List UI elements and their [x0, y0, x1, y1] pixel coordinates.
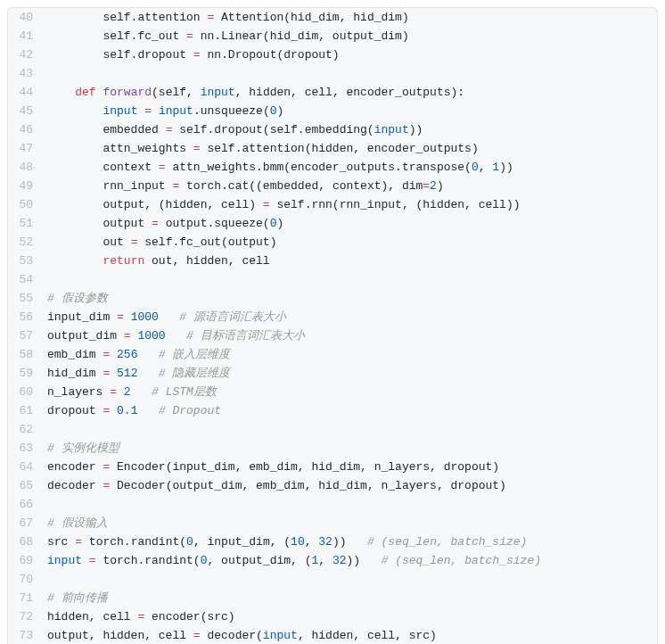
code-content[interactable]: emb_dim = 256 # 嵌入层维度	[47, 345, 657, 364]
code-line[interactable]: 49 rnn_input = torch.cat((embedded, cont…	[8, 177, 657, 195]
code-token: 0	[186, 535, 193, 549]
code-token: forward	[103, 86, 152, 99]
code-token: 0.1	[117, 404, 137, 417]
code-token: decoder(	[201, 629, 263, 642]
code-line[interactable]: 53 return out, hidden, cell	[8, 252, 657, 270]
code-content[interactable]: embedded = self.dropout(self.embedding(i…	[47, 120, 657, 139]
code-line[interactable]: 71# 前向传播	[8, 589, 657, 607]
code-content[interactable]: # 实例化模型	[47, 439, 657, 458]
code-token: # 目标语言词汇表大小	[186, 329, 305, 343]
code-content[interactable]: input = torch.randint(0, output_dim, (1,…	[47, 551, 657, 570]
code-token: nn.Linear(hid_dim, output_dim)	[193, 29, 409, 43]
line-number: 64	[8, 458, 47, 476]
code-content[interactable]: hidden, cell = encoder(src)	[47, 607, 657, 626]
code-line[interactable]: 62	[8, 420, 657, 439]
code-token: def	[75, 86, 95, 99]
code-line[interactable]: 61dropout = 0.1 # Dropout	[8, 401, 657, 420]
code-content[interactable]	[47, 570, 657, 589]
code-line[interactable]: 66	[8, 495, 657, 514]
code-token: ,	[318, 554, 332, 567]
code-line[interactable]: 41 self.fc_out = nn.Linear(hid_dim, outp…	[8, 27, 657, 45]
line-number: 58	[8, 345, 47, 364]
code-line[interactable]: 46 embedded = self.dropout(self.embeddin…	[8, 120, 657, 139]
code-line[interactable]: 51 output = output.squeeze(0)	[8, 214, 657, 233]
code-line[interactable]: 42 self.dropout = nn.Dropout(dropout)	[8, 45, 657, 64]
code-content[interactable]: def forward(self, input, hidden, cell, e…	[47, 83, 657, 102]
code-content[interactable]: context = attn_weights.bmm(encoder_outpu…	[47, 158, 657, 177]
code-line[interactable]: 72hidden, cell = encoder(src)	[8, 607, 657, 626]
code-content[interactable]: self.attention = Attention(hid_dim, hid_…	[47, 8, 657, 27]
code-line[interactable]: 59hid_dim = 512 # 隐藏层维度	[8, 364, 657, 383]
code-line[interactable]: 70	[8, 570, 657, 589]
code-content[interactable]: rnn_input = torch.cat((embedded, context…	[47, 177, 657, 195]
code-line[interactable]: 44 def forward(self, input, hidden, cell…	[8, 83, 657, 102]
code-line[interactable]: 58emb_dim = 256 # 嵌入层维度	[8, 345, 657, 364]
code-token	[117, 385, 124, 399]
line-number: 60	[8, 383, 47, 401]
code-token: ))	[409, 123, 423, 136]
code-content[interactable]: self.dropout = nn.Dropout(dropout)	[47, 45, 657, 64]
code-line[interactable]: 63# 实例化模型	[8, 439, 657, 458]
code-line[interactable]: 48 context = attn_weights.bmm(encoder_ou…	[8, 158, 657, 177]
code-content[interactable]: decoder = Decoder(output_dim, emb_dim, h…	[47, 476, 657, 495]
code-token: )	[277, 104, 284, 118]
code-content[interactable]: input_dim = 1000 # 源语言词汇表大小	[47, 308, 657, 326]
code-token: input	[103, 104, 137, 118]
code-content[interactable]: encoder = Encoder(input_dim, emb_dim, hi…	[47, 458, 657, 476]
code-token: ))	[332, 535, 367, 549]
code-token: 256	[117, 348, 137, 361]
code-token: =	[152, 217, 159, 230]
code-content[interactable]: dropout = 0.1 # Dropout	[47, 401, 657, 420]
code-content[interactable]: # 假设输入	[47, 514, 657, 533]
code-content[interactable]: output, hidden, cell = decoder(input, hi…	[47, 626, 657, 644]
code-content[interactable]: output = output.squeeze(0)	[47, 214, 657, 233]
code-line[interactable]: 60n_layers = 2 # LSTM层数	[8, 383, 657, 401]
code-content[interactable]: # 假设参数	[47, 289, 657, 308]
code-token	[82, 554, 89, 567]
code-token: Encoder(input_dim, emb_dim, hid_dim, n_l…	[110, 460, 499, 474]
code-line[interactable]: 56input_dim = 1000 # 源语言词汇表大小	[8, 308, 657, 326]
code-line[interactable]: 64encoder = Encoder(input_dim, emb_dim, …	[8, 458, 657, 476]
code-line[interactable]: 67# 假设输入	[8, 514, 657, 533]
code-content[interactable]: attn_weights = self.attention(hidden, en…	[47, 139, 657, 158]
code-content[interactable]: output_dim = 1000 # 目标语言词汇表大小	[47, 326, 657, 345]
line-number: 51	[8, 214, 47, 233]
code-content[interactable]	[47, 420, 657, 439]
code-token: input	[47, 554, 82, 567]
code-line[interactable]: 54	[8, 270, 657, 289]
code-content[interactable]	[47, 495, 657, 514]
code-content[interactable]: hid_dim = 512 # 隐藏层维度	[47, 364, 657, 383]
code-content[interactable]	[47, 270, 657, 289]
code-token: out	[47, 235, 131, 249]
code-content[interactable]: return out, hidden, cell	[47, 252, 657, 270]
code-line[interactable]: 69input = torch.randint(0, output_dim, (…	[8, 551, 657, 570]
code-token: 32	[318, 535, 332, 549]
code-line[interactable]: 52 out = self.fc_out(output)	[8, 233, 657, 252]
code-line[interactable]: 47 attn_weights = self.attention(hidden,…	[8, 139, 657, 158]
code-block[interactable]: 40 self.attention = Attention(hid_dim, h…	[7, 7, 658, 644]
code-line[interactable]: 68src = torch.randint(0, input_dim, (10,…	[8, 533, 657, 551]
code-content[interactable]: input = input.unsqueeze(0)	[47, 102, 657, 120]
code-content[interactable]: output, (hidden, cell) = self.rnn(rnn_in…	[47, 195, 657, 214]
code-content[interactable]	[47, 64, 657, 83]
code-line[interactable]: 73output, hidden, cell = decoder(input, …	[8, 626, 657, 644]
code-line[interactable]: 65decoder = Decoder(output_dim, emb_dim,…	[8, 476, 657, 495]
code-line[interactable]: 45 input = input.unsqueeze(0)	[8, 102, 657, 120]
line-number: 67	[8, 514, 47, 533]
code-line[interactable]: 43	[8, 64, 657, 83]
line-number: 54	[8, 270, 47, 289]
code-content[interactable]: # 前向传播	[47, 589, 657, 607]
code-token: input	[159, 104, 193, 118]
code-token: # 前向传播	[47, 591, 108, 605]
code-content[interactable]: out = self.fc_out(output)	[47, 233, 657, 252]
line-number: 50	[8, 195, 47, 214]
code-content[interactable]: src = torch.randint(0, input_dim, (10, 3…	[47, 533, 657, 551]
code-content[interactable]: n_layers = 2 # LSTM层数	[47, 383, 657, 401]
line-number: 45	[8, 102, 47, 120]
code-line[interactable]: 57output_dim = 1000 # 目标语言词汇表大小	[8, 326, 657, 345]
code-content[interactable]: self.fc_out = nn.Linear(hid_dim, output_…	[47, 27, 657, 45]
code-line[interactable]: 50 output, (hidden, cell) = self.rnn(rnn…	[8, 195, 657, 214]
line-number: 59	[8, 364, 47, 383]
code-line[interactable]: 55# 假设参数	[8, 289, 657, 308]
code-line[interactable]: 40 self.attention = Attention(hid_dim, h…	[8, 8, 657, 27]
